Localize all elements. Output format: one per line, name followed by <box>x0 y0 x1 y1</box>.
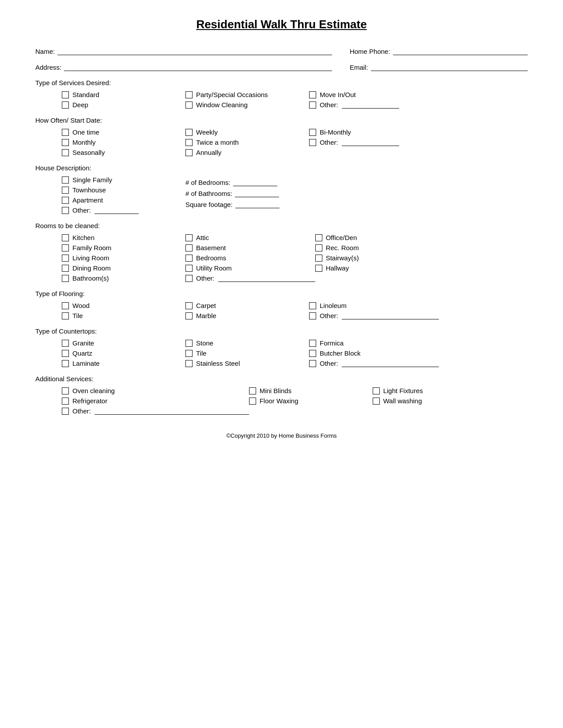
cb-carpet-label: Carpet <box>196 302 216 309</box>
cb-wallwashing-box[interactable] <box>373 398 380 405</box>
cb-moveinout: Move In/Out <box>309 91 433 98</box>
cb-wallwashing-label: Wall washing <box>383 397 422 405</box>
cb-diningroom-box[interactable] <box>62 265 69 272</box>
sqft-line[interactable] <box>235 201 280 208</box>
name-label: Name: <box>35 48 55 55</box>
cb-bimonthly-box[interactable] <box>309 129 316 136</box>
cb-linoleum-box[interactable] <box>309 302 316 309</box>
cb-stone-box[interactable] <box>185 340 193 347</box>
countertop-other-line[interactable] <box>342 360 439 367</box>
cb-standard-box[interactable] <box>62 91 69 98</box>
cb-monthly-box[interactable] <box>62 139 69 146</box>
cb-fridge-box[interactable] <box>62 398 69 405</box>
address-input-line[interactable] <box>64 63 332 71</box>
cb-deep-box[interactable] <box>62 101 69 109</box>
services-col2: Party/Special Occasions Window Cleaning <box>185 91 309 109</box>
cb-moveinout-box[interactable] <box>309 91 316 98</box>
cb-onetime-box[interactable] <box>62 129 69 136</box>
bedrooms-line[interactable] <box>233 179 277 186</box>
cb-weekly-box[interactable] <box>185 129 193 136</box>
cb-countertop-other-box[interactable] <box>309 360 316 367</box>
cb-kitchen: Kitchen <box>62 234 185 241</box>
cb-kitchen-box[interactable] <box>62 234 69 241</box>
cb-laminate-box[interactable] <box>62 360 69 367</box>
cb-window-box[interactable] <box>185 101 193 109</box>
rooms-section: Rooms to be cleaned: Kitchen Family Room… <box>35 222 528 282</box>
cb-apartment-box[interactable] <box>62 197 69 204</box>
cb-other-freq-box[interactable] <box>309 139 316 146</box>
cb-tile-box[interactable] <box>62 312 69 319</box>
cb-flooring-other-label: Other: <box>320 312 338 319</box>
cb-deep-label: Deep <box>72 101 88 109</box>
cb-seasonally: Seasonally <box>62 149 185 156</box>
freq-col1: One time Monthly Seasonally <box>62 128 185 156</box>
cb-oven-box[interactable] <box>62 387 69 394</box>
bathrooms-row: # of Bathrooms: <box>185 190 280 197</box>
cb-wood-box[interactable] <box>62 302 69 309</box>
cb-utilityroom-box[interactable] <box>185 265 193 272</box>
cb-bathrooms-box[interactable] <box>62 275 69 282</box>
cb-stainless-box[interactable] <box>185 360 193 367</box>
cb-flooring-other-box[interactable] <box>309 312 316 319</box>
additional-other-line[interactable] <box>94 408 249 415</box>
cb-hallway-box[interactable] <box>315 265 322 272</box>
cb-stone: Stone <box>185 339 309 347</box>
cb-butcherblock-box[interactable] <box>309 350 316 357</box>
cb-seasonally-box[interactable] <box>62 149 69 156</box>
cb-diningroom-label: Dining Room <box>72 264 111 272</box>
cb-weekly: Weekly <box>185 128 309 136</box>
bathrooms-line[interactable] <box>235 190 279 197</box>
cb-party-box[interactable] <box>185 91 193 98</box>
cb-attic-label: Attic <box>196 234 209 241</box>
cb-carpet-box[interactable] <box>185 302 193 309</box>
cb-annually-label: Annually <box>196 149 222 156</box>
cb-stairways-box[interactable] <box>315 255 322 262</box>
rooms-label: Rooms to be cleaned: <box>35 222 528 229</box>
address-label: Address: <box>35 64 61 71</box>
name-input-line[interactable] <box>57 47 332 55</box>
cb-attic: Attic <box>185 234 315 241</box>
cb-stairways-label: Stairway(s) <box>326 254 359 262</box>
cb-additional-other-box[interactable] <box>62 408 69 415</box>
cb-onetime-label: One time <box>72 128 99 136</box>
cb-party-label: Party/Special Occasions <box>196 91 268 98</box>
house-other-line[interactable] <box>94 207 139 214</box>
cb-other-services-box[interactable] <box>309 101 316 109</box>
cb-quartz-box[interactable] <box>62 350 69 357</box>
freq-other-line[interactable] <box>342 139 399 146</box>
cb-bathrooms-label: Bathroom(s) <box>72 274 109 282</box>
cb-house-other: Other: <box>62 206 185 214</box>
services-col1: Standard Deep <box>62 91 185 109</box>
cb-familyroom-box[interactable] <box>62 244 69 251</box>
rooms-other-line[interactable] <box>218 275 315 282</box>
cb-house-other-box[interactable] <box>62 207 69 214</box>
cb-formica-box[interactable] <box>309 340 316 347</box>
cb-rooms-other-box[interactable] <box>185 275 193 282</box>
cb-granite-box[interactable] <box>62 340 69 347</box>
email-input-line[interactable] <box>371 63 528 71</box>
cb-miniblinds-box[interactable] <box>249 387 256 394</box>
cb-floorwaxing-box[interactable] <box>249 398 256 405</box>
cb-stone-label: Stone <box>196 339 213 347</box>
cb-tile-counter-box[interactable] <box>185 350 193 357</box>
flooring-other-line[interactable] <box>342 312 439 319</box>
cb-recroom-box[interactable] <box>315 244 322 251</box>
cb-officeden-box[interactable] <box>315 234 322 241</box>
cb-oven: Oven cleaning <box>62 387 249 394</box>
flooring-section: Type of Flooring: Wood Tile Carpet Marbl… <box>35 290 528 319</box>
cb-bedrooms-box[interactable] <box>185 255 193 262</box>
cb-livingroom-box[interactable] <box>62 255 69 262</box>
cb-twice-box[interactable] <box>185 139 193 146</box>
cb-marble-box[interactable] <box>185 312 193 319</box>
services-other-line[interactable] <box>342 101 399 109</box>
cb-lightfixtures-box[interactable] <box>373 387 380 394</box>
cb-townhouse: Townhouse <box>62 186 185 194</box>
cb-basement-box[interactable] <box>185 244 193 251</box>
cb-townhouse-box[interactable] <box>62 187 69 194</box>
cb-attic-box[interactable] <box>185 234 193 241</box>
cb-singlefamily-box[interactable] <box>62 176 69 184</box>
phone-input-line[interactable] <box>393 47 528 55</box>
cb-floorwaxing: Floor Waxing <box>249 397 373 405</box>
cb-basement: Basement <box>185 244 315 251</box>
cb-annually-box[interactable] <box>185 149 193 156</box>
